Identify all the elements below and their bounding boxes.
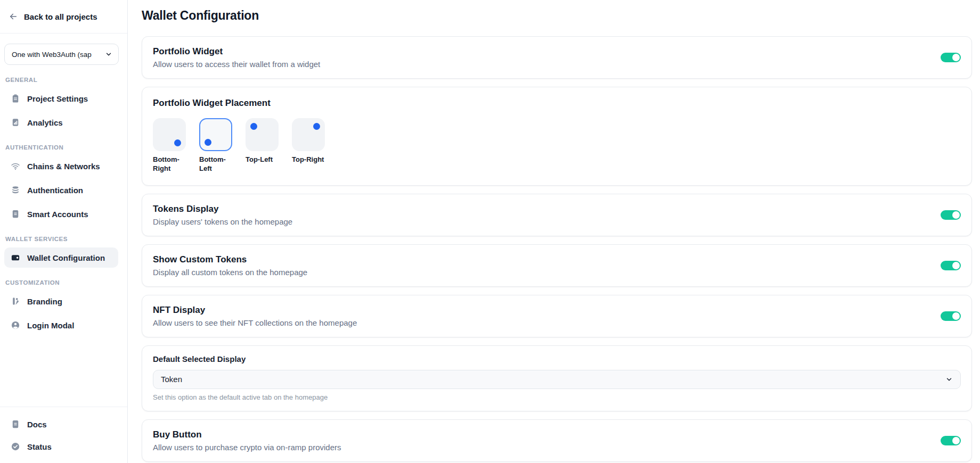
project-selector-value: One with Web3Auth (sap — [12, 51, 92, 59]
wallet-icon — [11, 253, 20, 262]
back-to-projects-link[interactable]: Back to all projects — [0, 0, 127, 34]
default-selected-display-card: Default Selected Display Token Set this … — [142, 345, 972, 411]
card-description: Display all custom tokens on the homepag… — [153, 268, 307, 277]
card-description: Allow users to access their wallet from … — [153, 60, 320, 69]
select-value: Token — [161, 375, 182, 384]
placement-label: Bottom-Left — [199, 155, 232, 173]
card-text: Portfolio Widget Allow users to access t… — [153, 46, 320, 69]
placement-dot-icon — [174, 139, 181, 146]
placement-option-bottom-left[interactable]: Bottom-Left — [199, 118, 232, 173]
card-description: Allow users to see their NFT collections… — [153, 318, 357, 327]
check-circle-icon — [11, 442, 20, 451]
card-text: Show Custom Tokens Display all custom to… — [153, 254, 307, 277]
card-title: Portfolio Widget — [153, 46, 320, 57]
card-text: Tokens Display Display users' tokens on … — [153, 204, 292, 226]
clipboard-icon — [11, 94, 20, 103]
placement-dot-icon — [250, 123, 257, 130]
sidebar-item-label: Chains & Networks — [27, 162, 100, 171]
main-content: Wallet Configuration Portfolio Widget Al… — [128, 0, 980, 463]
wifi-icon — [11, 161, 20, 171]
sidebar-item-label: Smart Accounts — [27, 210, 88, 219]
toggle-knob — [952, 54, 960, 61]
project-selector-dropdown[interactable]: One with Web3Auth (sap — [4, 44, 119, 65]
chevron-down-icon — [105, 51, 112, 58]
placement-label: Bottom-Right — [153, 155, 186, 173]
card-description: Display users' tokens on the homepage — [153, 217, 292, 226]
sidebar-item-smart-accounts[interactable]: Smart Accounts — [4, 204, 118, 224]
sidebar-item-label: Wallet Configuration — [27, 253, 105, 262]
placement-tile — [246, 118, 279, 151]
sidebar-item-wallet-configuration[interactable]: Wallet Configuration — [4, 247, 118, 268]
card-text: Buy Button Allow users to purchase crypt… — [153, 429, 341, 452]
sidebar-item-docs[interactable]: Docs — [4, 414, 118, 434]
tokens-display-toggle[interactable] — [941, 210, 961, 220]
placement-option-bottom-right[interactable]: Bottom-Right — [153, 118, 186, 173]
portfolio-widget-card: Portfolio Widget Allow users to access t… — [142, 36, 972, 79]
placement-tile — [153, 118, 186, 151]
show-custom-tokens-card: Show Custom Tokens Display all custom to… — [142, 244, 972, 287]
card-title: Portfolio Widget Placement — [153, 98, 961, 109]
section-label-general: GENERAL — [5, 77, 118, 83]
placement-dot-icon — [313, 123, 320, 130]
sidebar-item-chains-networks[interactable]: Chains & Networks — [4, 156, 118, 176]
sidebar-item-login-modal[interactable]: Login Modal — [4, 315, 118, 335]
toggle-knob — [952, 262, 960, 269]
placement-tile — [292, 118, 325, 151]
sidebar-item-label: Branding — [27, 297, 62, 306]
arrow-left-icon — [9, 12, 18, 21]
tokens-display-card: Tokens Display Display users' tokens on … — [142, 194, 972, 236]
card-text: NFT Display Allow users to see their NFT… — [153, 305, 357, 327]
user-circle-icon — [11, 320, 20, 330]
section-label-authentication: AUTHENTICATION — [5, 144, 118, 151]
placement-label: Top-Left — [246, 155, 279, 164]
placement-options: Bottom-Right Bottom-Left Top-Left Top-Ri… — [153, 118, 961, 173]
sidebar-nav: GENERAL Project Settings Analytics AUTHE… — [0, 65, 127, 339]
buy-button-toggle[interactable] — [941, 436, 961, 445]
branding-icon — [11, 296, 20, 306]
portfolio-widget-toggle[interactable] — [941, 53, 961, 62]
sidebar-item-label: Status — [27, 442, 52, 451]
section-label-customization: CUSTOMIZATION — [5, 279, 118, 286]
card-title: NFT Display — [153, 305, 357, 316]
sidebar-item-label: Project Settings — [27, 94, 88, 103]
sidebar-item-label: Analytics — [27, 118, 63, 127]
sidebar: Back to all projects One with Web3Auth (… — [0, 0, 128, 463]
portfolio-widget-placement-card: Portfolio Widget Placement Bottom-Right … — [142, 87, 972, 186]
toggle-knob — [952, 211, 960, 219]
file-icon — [11, 419, 20, 429]
placement-option-top-left[interactable]: Top-Left — [246, 118, 279, 173]
placement-dot-icon — [205, 139, 211, 146]
section-label-wallet-services: WALLET SERVICES — [5, 236, 118, 242]
card-title: Buy Button — [153, 429, 341, 440]
sidebar-footer: Docs Status — [0, 407, 127, 463]
show-custom-tokens-toggle[interactable] — [941, 261, 961, 270]
select-label: Default Selected Display — [153, 354, 961, 363]
nft-display-card: NFT Display Allow users to see their NFT… — [142, 295, 972, 337]
file-icon — [11, 209, 20, 219]
buy-button-card: Buy Button Allow users to purchase crypt… — [142, 419, 972, 462]
chart-document-icon — [11, 118, 20, 127]
back-link-label: Back to all projects — [24, 12, 97, 21]
card-description: Allow users to purchase crypto via on-ra… — [153, 443, 341, 452]
settings-card-list: Portfolio Widget Allow users to access t… — [142, 36, 972, 463]
card-title: Tokens Display — [153, 204, 292, 214]
sidebar-item-branding[interactable]: Branding — [4, 291, 118, 311]
toggle-knob — [952, 437, 960, 444]
nft-display-toggle[interactable] — [941, 311, 961, 321]
placement-label: Top-Right — [292, 155, 325, 164]
sidebar-item-label: Docs — [27, 420, 47, 429]
page-title: Wallet Configuration — [142, 9, 972, 23]
select-helper-text: Set this option as the default active ta… — [153, 393, 961, 401]
placement-option-top-right[interactable]: Top-Right — [292, 118, 325, 173]
placement-tile-selected — [199, 118, 232, 151]
sidebar-item-label: Login Modal — [27, 321, 74, 330]
sidebar-item-label: Authentication — [27, 186, 83, 195]
chevron-down-icon — [945, 376, 953, 383]
sidebar-item-analytics[interactable]: Analytics — [4, 112, 118, 133]
database-icon — [11, 185, 20, 195]
toggle-knob — [952, 312, 960, 320]
default-display-select[interactable]: Token — [153, 370, 961, 389]
sidebar-item-status[interactable]: Status — [4, 436, 118, 457]
sidebar-item-authentication[interactable]: Authentication — [4, 180, 118, 200]
sidebar-item-project-settings[interactable]: Project Settings — [4, 88, 118, 109]
